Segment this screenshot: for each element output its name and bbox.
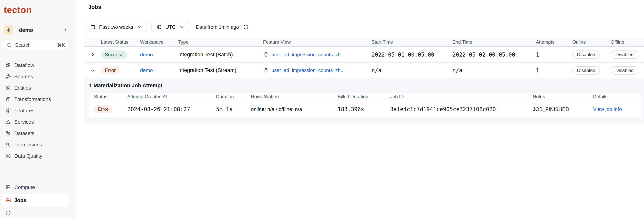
- feature-view-layers-icon: [263, 52, 269, 57]
- data-freshness-label: Data from 1min ago: [196, 24, 239, 30]
- search-icon: [6, 42, 12, 48]
- job-row-stream: Error demo Integration Test (Stream) use…: [84, 63, 644, 78]
- offline-status-pill: Disabled: [611, 66, 638, 75]
- sidebar-item-label: Datasets: [14, 130, 34, 136]
- sidebar-item-partial[interactable]: [0, 208, 76, 218]
- col-start-time: Start Time: [372, 39, 452, 45]
- end-time: 2022-05-02 00:05:00: [452, 51, 536, 58]
- sidebar-item-label: Transformations: [14, 96, 51, 102]
- attempts-table-header: Status Attempt Created At Duration Rows …: [89, 93, 642, 100]
- compute-server-icon: [5, 184, 11, 190]
- search-shortcut: ⌘K: [57, 42, 65, 48]
- col-attempts: Attempts: [536, 39, 572, 45]
- col-latest-status: Latest Status: [101, 39, 140, 45]
- sidebar-item-entities[interactable]: Entities: [0, 82, 73, 94]
- attempt-duration: 5m 1s: [216, 106, 251, 113]
- services-icon: [5, 119, 11, 125]
- feature-view-link[interactable]: user_ad_impression_counts_zh...: [272, 67, 345, 73]
- sidebar-item-features[interactable]: Features: [0, 105, 73, 116]
- attempt-rows-written: online: n/a / offline: n/a: [251, 106, 338, 112]
- globe-icon: [156, 24, 162, 30]
- workspace-link[interactable]: demo: [140, 52, 153, 57]
- chevron-right-icon: [63, 28, 68, 32]
- page-title: Jobs: [88, 4, 101, 10]
- search-input[interactable]: Search ⌘K: [2, 40, 70, 50]
- timezone-select[interactable]: UTC: [152, 22, 189, 32]
- chevron-down-icon: [138, 25, 142, 29]
- attempts-table: Status Attempt Created At Duration Rows …: [89, 93, 642, 118]
- sidebar-item-permissions[interactable]: Permissions: [0, 139, 73, 150]
- col-billed-duration: Billed Duration: [338, 94, 390, 99]
- expand-row-button[interactable]: [84, 52, 101, 57]
- status-badge: Error: [101, 66, 120, 75]
- search-placeholder: Search: [15, 42, 30, 48]
- attempt-row: Error 2024-08-26 21:08:27 5m 1s online: …: [89, 100, 642, 118]
- col-workspace: Workspace: [140, 39, 178, 45]
- sidebar-item-label: Jobs: [14, 197, 26, 203]
- workspace-link[interactable]: demo: [140, 67, 153, 73]
- sidebar-bottom-nav: Compute Jobs: [0, 182, 76, 218]
- main-content: Jobs Past two weeks UTC Data from 1min a…: [76, 0, 644, 218]
- sidebar-item-label: Features: [14, 108, 34, 114]
- attempts-count: 1: [536, 67, 572, 74]
- attempt-created-at: 2024-08-26 21:08:27: [127, 106, 216, 113]
- col-online: Online: [572, 39, 611, 45]
- col-type: Type: [178, 39, 263, 45]
- col-attempt-created-at: Attempt Created At: [127, 94, 216, 99]
- attempt-job-id: 3afe4c1c7d1941ce905ce3237f08c020: [390, 106, 533, 113]
- sidebar-item-data-quality[interactable]: Data Quality: [0, 150, 73, 162]
- start-time: n/a: [372, 67, 452, 74]
- job-type: Integration Test (Stream): [178, 67, 263, 73]
- sidebar-item-transformations[interactable]: Transformations: [0, 94, 73, 105]
- sidebar-item-sources[interactable]: Sources: [0, 71, 73, 82]
- attempts-panel-title: 1 Materialization Job Attempt: [89, 83, 642, 89]
- offline-status-pill: Disabled: [611, 50, 638, 59]
- sidebar-item-label: Sources: [14, 74, 33, 80]
- partial-icon: [5, 210, 11, 216]
- refresh-icon[interactable]: [243, 24, 249, 30]
- start-time: 2022-05-01 00:05:00: [372, 51, 452, 58]
- sidebar-item-compute[interactable]: Compute: [0, 182, 76, 193]
- dataflow-icon: [5, 62, 11, 68]
- attempt-notes: JOB_FINISHED: [533, 106, 593, 112]
- permissions-key-icon: [5, 142, 11, 148]
- chevron-down-icon: [180, 25, 184, 29]
- feature-view-link[interactable]: user_ad_impression_counts_zh...: [272, 52, 345, 57]
- feature-view-layers-icon: [263, 67, 269, 73]
- jobs-table: Latest Status Workspace Type Feature Vie…: [84, 38, 644, 123]
- date-range-value: Past two weeks: [99, 24, 133, 30]
- sidebar-item-datasets[interactable]: Datasets: [0, 128, 73, 139]
- workspace-switcher[interactable]: demo: [4, 25, 73, 35]
- col-duration: Duration: [216, 94, 251, 99]
- sidebar-item-label: Data Quality: [14, 153, 42, 159]
- sidebar-item-dataflow[interactable]: Dataflow: [0, 59, 73, 71]
- sidebar-item-label: Compute: [14, 184, 35, 191]
- jobs-briefcase-icon: [5, 197, 11, 203]
- entities-icon: [5, 85, 11, 91]
- view-job-info-link[interactable]: View job info: [593, 106, 622, 112]
- tecton-logo[interactable]: tecton: [4, 5, 73, 14]
- timezone-value: UTC: [166, 24, 176, 30]
- col-end-time: End Time: [452, 39, 536, 45]
- sidebar-item-services[interactable]: Services: [0, 116, 73, 128]
- attempt-status-badge: Error: [94, 105, 112, 113]
- features-layers-icon: [5, 108, 11, 114]
- workspace-name: demo: [19, 27, 33, 33]
- status-badge: Success: [101, 50, 127, 59]
- calendar-icon: [90, 24, 96, 30]
- col-status: Status: [89, 94, 127, 99]
- col-offline: Offline: [611, 39, 644, 45]
- sidebar-item-jobs[interactable]: Jobs: [2, 194, 68, 207]
- sidebar-item-label: Permissions: [14, 142, 42, 148]
- transformations-icon: [5, 96, 11, 102]
- sidebar: tecton demo Search ⌘K Dataflow Sources: [0, 0, 76, 218]
- collapse-row-button[interactable]: [84, 68, 101, 73]
- sidebar-item-label: Services: [14, 119, 34, 125]
- col-details: Details: [593, 94, 642, 99]
- col-notes: Notes: [533, 94, 593, 99]
- end-time: n/a: [452, 67, 536, 74]
- attempts-panel: 1 Materialization Job Attempt Status Att…: [84, 78, 644, 123]
- date-range-select[interactable]: Past two weeks: [85, 22, 147, 32]
- jobs-table-header: Latest Status Workspace Type Feature Vie…: [84, 38, 644, 47]
- col-feature-view: Feature View: [263, 39, 372, 45]
